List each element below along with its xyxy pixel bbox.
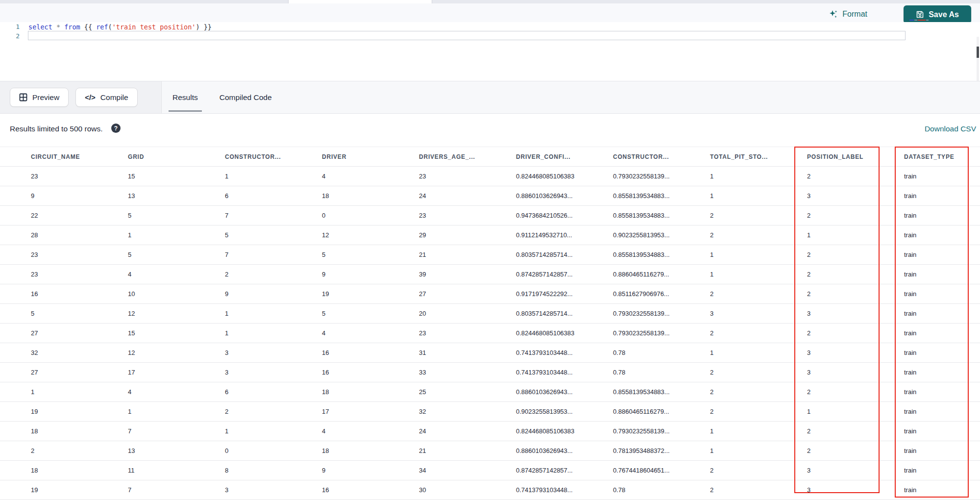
table-cell: 21 <box>419 447 516 454</box>
preview-button[interactable]: Preview <box>10 88 69 107</box>
table-cell: 27 <box>419 290 516 298</box>
table-cell: 2 <box>807 290 904 298</box>
table-cell: 12 <box>128 310 225 317</box>
table-column-header: DRIVER <box>322 153 419 160</box>
compile-button[interactable]: </> Compile <box>75 88 138 107</box>
table-cell: 13 <box>128 447 225 454</box>
table-cell: 0.8742857142857... <box>516 467 613 474</box>
table-cell: 24 <box>419 192 516 200</box>
table-cell: train <box>904 467 980 474</box>
paren-open: ( <box>108 23 112 31</box>
table-cell: 2 <box>710 388 807 396</box>
table-header-row: CIRCUIT_NAMEGRIDCONSTRUCTOR...DRIVERDRIV… <box>0 147 980 167</box>
table-cell: 27 <box>31 329 128 337</box>
table-cell: 24 <box>419 427 516 435</box>
table-cell: 9 <box>31 192 128 200</box>
table-column-header: POSITION_LABEL <box>807 153 904 160</box>
table-cell: 5 <box>128 212 225 219</box>
table-cell: 32 <box>419 408 516 415</box>
table-cell: 23 <box>419 329 516 337</box>
table-cell: train <box>904 388 980 396</box>
table-cell: 2 <box>710 486 807 494</box>
format-label: Format <box>842 10 867 19</box>
table-row: 213018210.8860103626943...0.781395348837… <box>0 441 980 461</box>
table-cell: 2 <box>807 212 904 219</box>
editor-scrollbar-thumb[interactable] <box>977 47 979 58</box>
table-cell: 2 <box>710 212 807 219</box>
table-cell: 16 <box>322 369 419 376</box>
table-cell: 19 <box>322 290 419 298</box>
table-row: 2717316330.7413793103448...0.7823train <box>0 363 980 382</box>
code-line-2[interactable]: 2 <box>0 31 20 41</box>
table-cell: train <box>904 329 980 337</box>
format-button[interactable]: Format <box>829 9 867 19</box>
sql-operator: * <box>52 23 64 31</box>
table-row: 23575210.8035714285714...0.8558139534883… <box>0 245 980 265</box>
table-cell: 0.7930232558139... <box>613 310 710 317</box>
table-column-header: DATASET_TYPE <box>904 153 980 160</box>
table-cell: 0.9023255813953... <box>516 408 613 415</box>
save-as-label: Save As <box>929 10 959 19</box>
table-cell: 16 <box>322 486 419 494</box>
table-cell: 0.8860465116279... <box>613 408 710 415</box>
sql-keyword: select <box>28 23 52 31</box>
download-csv-link[interactable]: Download CSV <box>925 125 976 133</box>
table-cell: 3 <box>807 192 904 200</box>
code-text-line-1: select * from {{ ref('train_test_positio… <box>20 23 212 31</box>
line-number-1: 1 <box>0 23 20 30</box>
sql-code-editor[interactable]: 1 select * from {{ ref('train_test_posit… <box>0 22 980 81</box>
table-cell: train <box>904 310 980 317</box>
editor-minimap[interactable] <box>909 19 934 22</box>
table-row: 181189340.8742857142857...0.767441860465… <box>0 461 980 480</box>
table-cell: 2 <box>807 447 904 454</box>
tab-results[interactable]: Results <box>162 81 209 113</box>
table-cell: 12 <box>322 231 419 239</box>
sparkles-icon <box>829 9 838 19</box>
table-cell: train <box>904 408 980 415</box>
preview-label: Preview <box>32 93 59 102</box>
toolbar-actions: Preview </> Compile <box>0 81 162 113</box>
results-toolbar: Preview </> Compile Results Compiled Cod… <box>0 81 980 114</box>
table-cell: 4 <box>128 271 225 278</box>
table-cell: train <box>904 192 980 200</box>
table-cell: 5 <box>322 310 419 317</box>
code-line-1[interactable]: 1 select * from {{ ref('train_test_posit… <box>0 22 212 31</box>
table-cell: 7 <box>128 486 225 494</box>
table-cell: 1 <box>807 231 904 239</box>
table-cell: 3 <box>807 369 904 376</box>
help-icon[interactable]: ? <box>111 124 121 133</box>
table-cell: 0.7674418604651... <box>613 467 710 474</box>
table-cell: 16 <box>322 349 419 356</box>
table-body: 231514230.8244680851063830.7930232558139… <box>0 167 980 500</box>
table-cell: 7 <box>128 427 225 435</box>
table-column-header: TOTAL_PIT_STO... <box>710 153 807 160</box>
table-cell: 3 <box>807 310 904 317</box>
table-column-header: DRIVERS_AGE_... <box>419 153 516 160</box>
table-cell: 1 <box>225 329 322 337</box>
table-cell: 1 <box>710 192 807 200</box>
table-cell: 2 <box>710 329 807 337</box>
table-column-header: DRIVER_CONFI... <box>516 153 613 160</box>
tab-compiled-code[interactable]: Compiled Code <box>209 81 283 113</box>
table-cell: 0.824468085106383 <box>516 427 613 435</box>
table-cell: 20 <box>419 310 516 317</box>
table-cell: 5 <box>322 251 419 258</box>
table-cell: 2 <box>31 447 128 454</box>
table-row: 22570230.9473684210526...0.8558139534883… <box>0 206 980 225</box>
table-row: 913618240.8860103626943...0.855813953488… <box>0 186 980 206</box>
active-line-highlight[interactable] <box>28 31 906 40</box>
table-cell: 5 <box>128 251 225 258</box>
table-cell: 0.8035714285714... <box>516 251 613 258</box>
table-column-header: CIRCUIT_NAME <box>31 153 128 160</box>
compile-label: Compile <box>100 93 128 102</box>
table-cell: 3 <box>807 349 904 356</box>
table-cell: 9 <box>225 290 322 298</box>
table-cell: 3 <box>807 467 904 474</box>
editor-scrollbar[interactable] <box>977 37 979 81</box>
table-cell: 25 <box>419 388 516 396</box>
table-cell: 16 <box>31 290 128 298</box>
table-cell: train <box>904 369 980 376</box>
table-cell: 32 <box>31 349 128 356</box>
results-table: CIRCUIT_NAMEGRIDCONSTRUCTOR...DRIVERDRIV… <box>0 147 980 500</box>
table-row: 18714240.8244680851063830.7930232558139.… <box>0 422 980 441</box>
